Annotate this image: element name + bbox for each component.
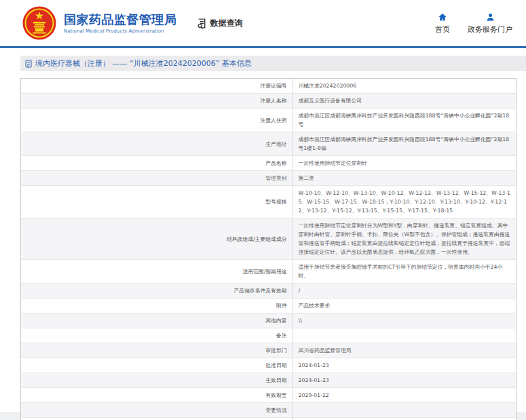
row-value <box>293 403 516 418</box>
table-row: 备注 <box>21 328 516 343</box>
table-row: 管理类别第二类 <box>21 171 516 186</box>
table-row: 结构及组成/主要组成成分一次性使用肺结节定位穿刺针分为W型和Y型，由穿刺针、推送… <box>21 218 516 260</box>
nav-home[interactable]: 首页 <box>435 12 450 35</box>
row-value: 2024-01-23 <box>293 358 516 373</box>
row-value <box>293 328 516 343</box>
row-label: 产品储存条件及有效期 <box>21 284 293 299</box>
table-row: 注详情 <box>21 418 516 420</box>
row-label: 管理类别 <box>21 171 293 186</box>
table-row: 有效期至2029-01-22 <box>21 388 516 403</box>
table-row: 型号规格W-10-10、W-12-10、W-13-10、W-10-12、W-12… <box>21 186 516 218</box>
table-row: 批准日期2024-01-23 <box>21 358 516 373</box>
data-query-menu[interactable]: 数据查询 <box>196 18 243 29</box>
nav-home-label: 首页 <box>435 24 450 35</box>
brand-subtitle: National Medical Products Administration <box>64 28 177 34</box>
table-row: 注册证编号川械注准20242020006 <box>21 79 516 94</box>
row-value: 成都市温江区成都海峡两岸科技产业开发园科兴路西段188号“海峡中小企业孵化园”2… <box>293 132 516 156</box>
table-row: 生产地址成都市温江区成都海峡两岸科技产业开发园科兴路西段188号“海峡中小企业孵… <box>21 132 516 156</box>
row-label: 注册证编号 <box>21 79 293 94</box>
row-label: 型号规格 <box>21 186 293 218</box>
data-query-label: 数据查询 <box>210 18 243 29</box>
table-row: 产品名称一次性使用肺结节定位穿刺针 <box>21 156 516 171</box>
row-value: 一次性使用肺结节定位穿刺针 <box>293 156 516 171</box>
row-label: 有效期至 <box>21 388 293 403</box>
row-label: 审批部门 <box>21 343 293 358</box>
row-value: 适用于肺结节患者接受胸腔镜手术前的CT引导下的肺结节定位，留置体内时间小于24小… <box>293 260 516 284</box>
table-row: 产品储存条件及有效期/ <box>21 284 516 299</box>
table-row: 生效日期2024-01-23 <box>21 373 516 388</box>
document-icon <box>25 60 32 68</box>
row-label: 结构及组成/主要组成成分 <box>21 218 293 260</box>
app-header: 国家药品监督管理局 National Medical Products Admi… <box>0 0 526 46</box>
row-label: 其他内容 <box>21 313 293 328</box>
row-value: 2029-01-22 <box>293 388 516 403</box>
nav-portal-label: 政务服务门户 <box>468 24 512 35</box>
row-label: 注册人名称 <box>21 94 293 109</box>
row-label: 产品名称 <box>21 156 293 171</box>
brand-logo[interactable]: 国家药品监督管理局 National Medical Products Admi… <box>22 6 177 40</box>
table-row: 变更情况 <box>21 403 516 418</box>
row-value: 川械注准20242020006 <box>293 79 516 94</box>
row-label: 批准日期 <box>21 358 293 373</box>
user-icon <box>485 12 495 22</box>
table-row: 注册人住所成都市温江区成都海峡两岸科技产业开发园科兴路西段188号“海峡中小企业… <box>21 109 516 132</box>
row-value: W-10-10、W-12-10、W-13-10、W-10-12、W-12-12、… <box>293 186 516 218</box>
doc-search-icon <box>196 18 208 29</box>
row-label: 变更情况 <box>21 403 293 418</box>
table-row: 附件产品技术要求 <box>21 299 516 313</box>
row-label: 备注 <box>21 328 293 343</box>
row-label: 注册人住所 <box>21 109 293 132</box>
brand-title: 国家药品监督管理局 <box>64 12 177 27</box>
row-value: 一次性使用肺结节定位穿刺针分为W型和Y型，由穿刺针、推送装置、锚定装置组成。其中… <box>293 218 516 260</box>
row-value: 详情 <box>293 418 516 420</box>
national-emblem-icon <box>22 6 56 40</box>
page-title: 境内医疗器械（注册） —— “川械注准20242020006” 基本信息 <box>35 58 252 69</box>
row-label: 附件 <box>21 299 293 313</box>
page-title-bar: 境内医疗器械（注册） —— “川械注准20242020006” 基本信息 <box>20 56 526 71</box>
table-row: 审批部门四川省药品监督管理局 <box>21 343 516 358</box>
nav-portal[interactable]: 政务服务门户 <box>468 12 512 35</box>
row-value: 2024-01-23 <box>293 373 516 388</box>
row-value: 第二类 <box>293 171 516 186</box>
top-navigation: 首页 政务服务门户 <box>435 12 512 35</box>
home-icon <box>437 12 448 22</box>
row-value: / <box>293 284 516 299</box>
table-row: 适用范围/预期用途适用于肺结节患者接受胸腔镜手术前的CT引导下的肺结节定位，留置… <box>21 260 516 284</box>
row-value: 四川省药品监督管理局 <box>293 343 516 358</box>
row-label: 生效日期 <box>21 373 293 388</box>
table-row: 其他内容\\ <box>21 313 516 328</box>
row-value: 成都五义医疗设备有限公司 <box>293 94 516 109</box>
row-label: 生产地址 <box>21 132 293 156</box>
row-value: 产品技术要求 <box>293 299 516 313</box>
row-value: \\ <box>293 313 516 328</box>
registration-table: 注册证编号川械注准20242020006注册人名称成都五义医疗设备有限公司注册人… <box>20 78 516 420</box>
table-row: 注册人名称成都五义医疗设备有限公司 <box>21 94 516 109</box>
row-label: 适用范围/预期用途 <box>21 260 293 284</box>
row-value: 成都市温江区成都海峡两岸科技产业开发园科兴路西段188号“海峡中小企业孵化园”2… <box>293 109 516 132</box>
header-divider <box>0 46 526 48</box>
row-label: 注 <box>21 418 293 420</box>
